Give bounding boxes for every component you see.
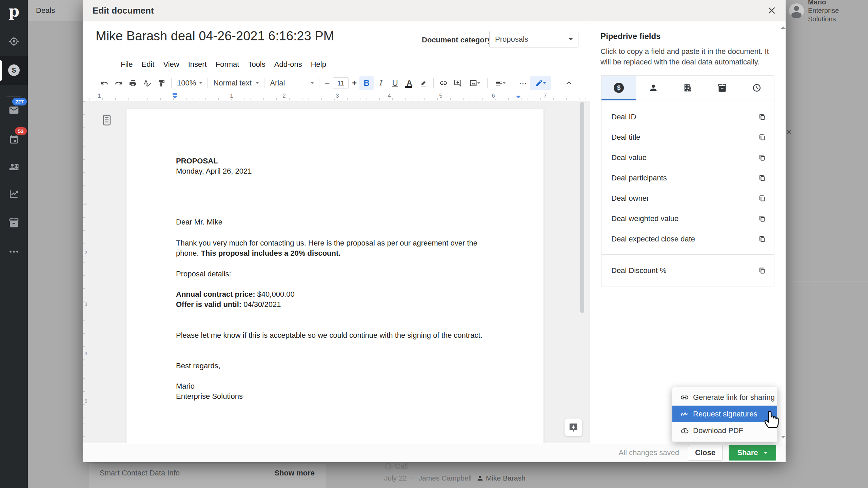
highlight-button[interactable] <box>416 76 431 90</box>
timeline-date: July 22 <box>384 474 407 482</box>
panel-title: Pipedrive fields <box>600 32 660 41</box>
menu-item-download-pdf[interactable]: Download PDF <box>672 422 777 439</box>
outline-icon <box>102 114 112 126</box>
chevron-down-icon <box>256 82 259 85</box>
right-indent-marker[interactable] <box>516 96 521 101</box>
print-button[interactable] <box>126 76 140 90</box>
show-more-link[interactable]: Show more <box>274 469 315 488</box>
sidebar-item-deals[interactable]: $ <box>0 60 28 80</box>
sidebar-item-insights[interactable] <box>0 184 28 204</box>
add-comment-button[interactable] <box>451 76 465 90</box>
text-color-button[interactable]: A <box>402 76 416 90</box>
insert-link-button[interactable] <box>436 76 451 90</box>
menu-help[interactable]: Help <box>307 59 331 70</box>
spellcheck-button[interactable] <box>140 76 154 90</box>
document-title[interactable]: Mike Barash deal 04-26-2021 6:16:23 PM <box>96 29 334 43</box>
menu-item-generate-link[interactable]: Generate link for sharing <box>672 389 777 406</box>
menu-format[interactable]: Format <box>211 59 244 70</box>
copy-icon[interactable] <box>758 267 766 275</box>
document-page[interactable]: PROPOSAL Monday, April 26, 2021 Dear Mr.… <box>126 109 544 443</box>
close-icon[interactable] <box>767 6 776 15</box>
field-deal-participants[interactable]: Deal participants <box>601 168 774 188</box>
tab-product-fields[interactable] <box>705 76 739 100</box>
menu-insert[interactable]: Insert <box>184 59 211 70</box>
smart-contact-title: Smart Contact Data Info <box>100 469 180 488</box>
font-size-input[interactable]: 11 <box>333 77 349 89</box>
zoom-select[interactable]: 100% <box>174 77 205 90</box>
font-size-increase[interactable]: + <box>349 76 359 90</box>
tab-time-fields[interactable] <box>739 76 774 100</box>
close-button[interactable]: Close <box>688 445 723 461</box>
paragraph-style-select[interactable]: Normal text <box>211 77 261 90</box>
field-deal-value[interactable]: Deal value <box>601 148 774 168</box>
panel-scroll-down-icon[interactable] <box>781 436 786 441</box>
field-deal-id[interactable]: Deal ID <box>601 107 774 127</box>
pen-icon <box>535 79 543 87</box>
redo-button[interactable] <box>112 76 126 90</box>
vertical-ruler[interactable]: 1 2 3 4 5 <box>83 101 90 443</box>
document-outline-button[interactable] <box>102 114 112 127</box>
clock-icon <box>752 83 762 93</box>
paint-format-button[interactable] <box>154 76 169 90</box>
pipedrive-fields-panel: Pipedrive fields Click to copy a field a… <box>590 21 786 443</box>
undo-button[interactable] <box>97 76 112 90</box>
insert-image-button[interactable] <box>465 76 485 90</box>
field-deal-owner[interactable]: Deal owner <box>601 188 774 209</box>
copy-icon[interactable] <box>758 194 766 202</box>
explore-button[interactable] <box>564 418 583 436</box>
nav-tab-deals[interactable]: Deals <box>28 0 83 21</box>
underline-button[interactable]: U <box>388 76 402 90</box>
share-button[interactable]: Share <box>729 445 776 461</box>
copy-icon[interactable] <box>758 113 766 121</box>
user-name: Mario <box>808 0 868 6</box>
doc-price: Annual contract price: $40,000.00 <box>176 289 482 299</box>
editing-mode-button[interactable] <box>530 76 551 90</box>
field-deal-weighted-value[interactable]: Deal weighted value <box>601 209 774 229</box>
menu-file[interactable]: File <box>116 59 137 70</box>
copy-icon[interactable] <box>758 215 766 223</box>
copy-icon[interactable] <box>758 133 766 141</box>
tab-deal-fields[interactable]: $ <box>601 76 636 100</box>
screen: Deals Mario Enterprise Solutions Smart C… <box>0 0 868 488</box>
calendar-icon <box>9 135 19 145</box>
link-icon <box>439 79 448 87</box>
doc-date: Monday, April 26, 2021 <box>176 166 482 176</box>
copy-icon[interactable] <box>758 154 766 162</box>
menu-view[interactable]: View <box>159 59 183 70</box>
tab-organization-fields[interactable] <box>671 76 705 100</box>
menu-edit[interactable]: Edit <box>137 59 159 70</box>
document-category-select[interactable]: Proposals <box>489 31 578 47</box>
align-button[interactable] <box>490 76 510 90</box>
font-size-decrease[interactable]: − <box>322 76 332 90</box>
horizontal-ruler[interactable]: 1 1 2 3 4 5 6 7 <box>83 92 590 101</box>
menu-tools[interactable]: Tools <box>243 59 270 70</box>
document-text[interactable]: PROPOSAL Monday, April 26, 2021 Dear Mr.… <box>126 109 544 402</box>
sidebar-item-leads[interactable] <box>0 31 28 52</box>
italic-button[interactable]: I <box>374 76 388 90</box>
copy-icon[interactable] <box>758 174 766 182</box>
bold-button[interactable]: B <box>359 76 374 90</box>
first-line-indent-marker[interactable] <box>173 93 177 95</box>
left-indent-marker[interactable] <box>172 96 178 101</box>
chevron-down-icon <box>764 452 768 456</box>
sidebar-item-contacts[interactable] <box>0 157 28 177</box>
chevron-down-icon <box>543 82 546 85</box>
save-status: All changes saved <box>618 448 679 457</box>
field-deal-expected-close-date[interactable]: Deal expected close date <box>601 229 774 249</box>
product-icon <box>717 83 727 93</box>
tab-person-fields[interactable] <box>636 76 671 100</box>
pipedrive-logo[interactable]: p <box>0 2 28 20</box>
field-deal-discount[interactable]: Deal Discount % <box>601 259 774 282</box>
menu-addons[interactable]: Add-ons <box>270 59 307 70</box>
editor-scrollbar[interactable] <box>580 102 584 313</box>
field-deal-title[interactable]: Deal title <box>601 127 774 148</box>
toolbar-overflow-button[interactable]: ⋯ <box>516 76 530 90</box>
user-menu[interactable]: Mario Enterprise Solutions <box>786 0 868 21</box>
font-select[interactable]: Arial <box>267 77 316 90</box>
copy-icon[interactable] <box>758 235 766 243</box>
sidebar-item-products[interactable] <box>0 213 28 233</box>
collapse-toolbar-button[interactable] <box>562 76 576 90</box>
menu-item-request-signatures[interactable]: Request signatures <box>672 406 777 422</box>
panel-scroll-up-icon[interactable] <box>781 24 786 29</box>
sidebar-item-more[interactable] <box>0 241 28 262</box>
